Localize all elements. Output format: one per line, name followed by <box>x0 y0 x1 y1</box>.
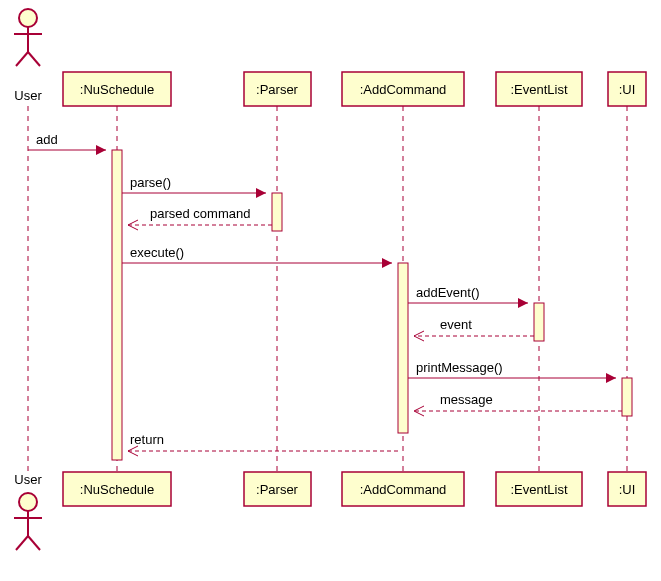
participant-parser-bottom: :Parser <box>244 472 311 506</box>
participant-eventlist-top: :EventList <box>496 72 582 106</box>
participant-addcommand-top: :AddCommand <box>342 72 464 106</box>
participant-parser-top: :Parser <box>244 72 311 106</box>
msg-event: event <box>414 317 534 341</box>
svg-line-28 <box>414 411 424 416</box>
svg-line-31 <box>128 451 138 456</box>
participant-ui-top: :UI <box>608 72 646 106</box>
msg-printmessage: printMessage() <box>408 360 616 383</box>
msg-execute: execute() <box>122 245 392 268</box>
participant-label: :UI <box>619 482 636 497</box>
participant-nuschedule-bottom: :NuSchedule <box>63 472 171 506</box>
svg-point-0 <box>19 9 37 27</box>
participant-label: :AddCommand <box>360 82 447 97</box>
participant-label: :NuSchedule <box>80 482 154 497</box>
svg-marker-20 <box>518 298 528 308</box>
participant-label: :EventList <box>510 82 567 97</box>
msg-message: message <box>414 392 622 416</box>
activation-parser <box>272 193 282 231</box>
actor-user-top: User <box>14 9 42 103</box>
msg-label: addEvent() <box>416 285 480 300</box>
participant-ui-bottom: :UI <box>608 472 646 506</box>
svg-line-22 <box>414 331 424 336</box>
activation-eventlist <box>534 303 544 341</box>
msg-return: return <box>128 432 398 456</box>
svg-line-16 <box>128 225 138 230</box>
svg-line-15 <box>128 220 138 225</box>
svg-marker-11 <box>96 145 106 155</box>
svg-line-40 <box>16 536 28 550</box>
sequence-diagram: User :NuSchedule :Parser :AddCommand :Ev… <box>0 0 661 581</box>
msg-addevent: addEvent() <box>408 285 528 308</box>
participant-label: :EventList <box>510 482 567 497</box>
msg-add: add <box>28 132 106 155</box>
actor-user-bottom: User <box>14 472 42 550</box>
msg-label: parsed command <box>150 206 250 221</box>
activation-addcommand <box>398 263 408 433</box>
msg-parse: parse() <box>122 175 266 198</box>
participant-eventlist-bottom: :EventList <box>496 472 582 506</box>
participant-addcommand-bottom: :AddCommand <box>342 472 464 506</box>
svg-marker-13 <box>256 188 266 198</box>
msg-label: return <box>130 432 164 447</box>
svg-line-4 <box>28 52 40 66</box>
participant-label: :Parser <box>256 82 299 97</box>
msg-label: parse() <box>130 175 171 190</box>
activation-ui <box>622 378 632 416</box>
activation-nuschedule <box>112 150 122 460</box>
participant-label: :AddCommand <box>360 482 447 497</box>
svg-line-3 <box>16 52 28 66</box>
actor-label-top: User <box>14 88 42 103</box>
participant-label: :NuSchedule <box>80 82 154 97</box>
msg-label: event <box>440 317 472 332</box>
svg-line-41 <box>28 536 40 550</box>
msg-label: printMessage() <box>416 360 503 375</box>
svg-marker-18 <box>382 258 392 268</box>
svg-line-23 <box>414 336 424 341</box>
svg-point-37 <box>19 493 37 511</box>
msg-label: execute() <box>130 245 184 260</box>
participant-label: :Parser <box>256 482 299 497</box>
svg-marker-25 <box>606 373 616 383</box>
svg-line-27 <box>414 406 424 411</box>
msg-label: add <box>36 132 58 147</box>
participant-label: :UI <box>619 82 636 97</box>
msg-parsed-command: parsed command <box>128 206 272 230</box>
participant-nuschedule-top: :NuSchedule <box>63 72 171 106</box>
msg-label: message <box>440 392 493 407</box>
actor-label-bottom: User <box>14 472 42 487</box>
